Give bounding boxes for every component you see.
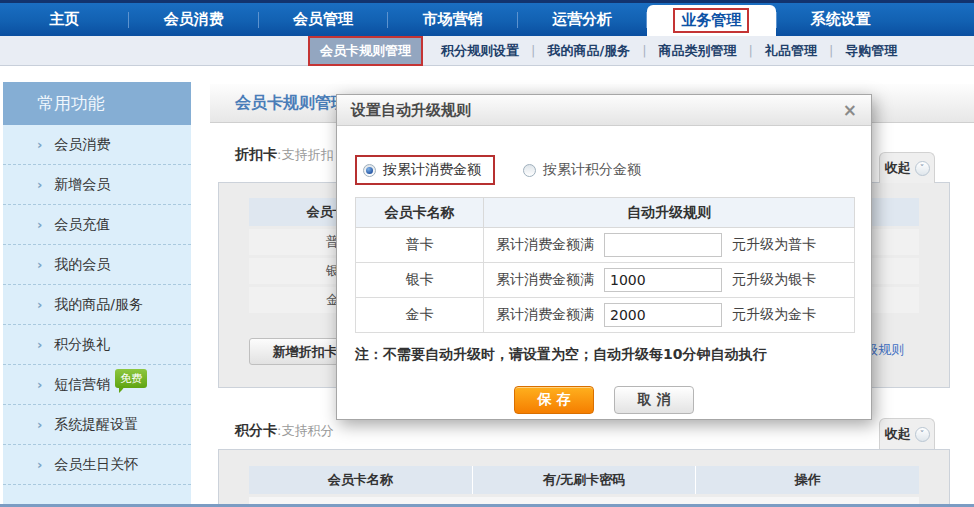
topnav-item-system-settings[interactable]: 系统设置 xyxy=(777,10,905,29)
sidebar-item-sms-marketing[interactable]: ›短信营销免费 xyxy=(3,365,191,405)
rule-prefix: 累计消费金额满 xyxy=(496,236,594,252)
sidebar-item-add-member[interactable]: ›新增会员 xyxy=(3,165,191,205)
collapse-label: 收起 xyxy=(885,159,911,177)
column-header-card-name: 会员卡名称 xyxy=(356,198,484,228)
sidebar-item-points-exchange[interactable]: ›积分换礼 xyxy=(3,325,191,365)
topnav-item-home[interactable]: 主页 xyxy=(0,10,128,29)
arrow-right-icon: › xyxy=(37,137,42,152)
discount-collapse-button[interactable]: 收起 ˅ xyxy=(879,152,935,183)
topnav-item-member-manage[interactable]: 会员管理 xyxy=(259,10,387,29)
discount-desc: :支持折扣 xyxy=(277,147,333,162)
sidebar: 常用功能 ›会员消费 ›新增会员 ›会员充值 ›我的会员 ›我的商品/服务 ›积… xyxy=(3,82,191,507)
sidebar-items: ›会员消费 ›新增会员 ›会员充值 ›我的会员 ›我的商品/服务 ›积分换礼 ›… xyxy=(3,125,191,507)
arrow-right-icon: › xyxy=(37,337,42,352)
sidebar-item-my-members[interactable]: ›我的会员 xyxy=(3,245,191,285)
arrow-right-icon: › xyxy=(37,457,42,472)
subnav-item-points-rules[interactable]: 积分规则设置 xyxy=(429,42,531,60)
rule-suffix: 元升级为银卡 xyxy=(732,271,816,287)
topnav-label: 业务管理 xyxy=(681,11,741,29)
sidebar-item-system-reminder[interactable]: ›系统提醒设置 xyxy=(3,405,191,445)
subnav-item-gift-manage[interactable]: 礼品管理 xyxy=(753,42,829,60)
card-name: 银卡 xyxy=(356,263,484,298)
discount-section-label: 折扣卡:支持折扣 xyxy=(235,146,333,164)
points-table: 会员卡名称 有/无刷卡密码 操作 xyxy=(249,466,919,507)
arrow-right-icon: › xyxy=(37,257,42,272)
topnav-item-business-manage[interactable]: 业务管理 xyxy=(647,5,775,36)
sidebar-item-label: 会员消费 xyxy=(54,136,110,154)
table-row: 银卡 累计消费金额满元升级为银卡 xyxy=(356,263,855,298)
sidebar-title: 常用功能 xyxy=(3,82,191,125)
sidebar-item-label: 新增会员 xyxy=(54,176,110,194)
top-navigation: 主页 会员消费 会员管理 市场营销 运营分析 业务管理 系统设置 xyxy=(0,0,974,36)
annotation-red-box: 业务管理 xyxy=(673,8,749,33)
table-row: 金卡 累计消费金额满元升级为金卡 xyxy=(356,298,855,333)
radio-unselected-icon[interactable] xyxy=(523,164,536,177)
discount-label: 折扣卡 xyxy=(235,146,277,162)
dialog-note: 注：不需要自动升级时，请设置为空；自动升级每10分钟自动执行 xyxy=(355,346,853,364)
topnav-label: 市场营销 xyxy=(422,10,482,28)
topnav-item-analytics[interactable]: 运营分析 xyxy=(518,10,646,29)
topnav-label: 主页 xyxy=(49,10,79,28)
cancel-button[interactable]: 取 消 xyxy=(614,386,694,414)
sidebar-item-my-products[interactable]: ›我的商品/服务 xyxy=(3,285,191,325)
points-label: 积分卡 xyxy=(235,422,277,438)
points-panel: 会员卡名称 有/无刷卡密码 操作 xyxy=(218,449,950,507)
card-name: 普卡 xyxy=(356,228,484,263)
upgrade-rules-table: 会员卡名称 自动升级规则 普卡 累计消费金额满元升级为普卡 银卡 累计消费金额满… xyxy=(355,197,855,333)
sidebar-item-label: 短信营销 xyxy=(54,376,110,394)
column-header-upgrade-rule: 自动升级规则 xyxy=(484,198,855,228)
arrow-right-icon: › xyxy=(37,297,42,312)
arrow-right-icon: › xyxy=(37,217,42,232)
rule-prefix: 累计消费金额满 xyxy=(496,306,594,322)
sidebar-item-label: 会员生日关怀 xyxy=(54,456,138,474)
rule-suffix: 元升级为普卡 xyxy=(732,236,816,252)
topnav-item-member-consume[interactable]: 会员消费 xyxy=(129,10,257,29)
dialog-title: 设置自动升级规则 xyxy=(351,101,843,120)
radio-label: 按累计消费金额 xyxy=(383,161,481,179)
radio-label: 按累计积分金额 xyxy=(543,161,641,179)
points-desc: :支持积分 xyxy=(277,423,333,438)
subnav-item-product-category[interactable]: 商品类别管理 xyxy=(647,42,749,60)
radio-by-points[interactable]: 按累计积分金额 xyxy=(523,161,641,179)
points-col-actions: 操作 xyxy=(696,466,919,494)
close-icon[interactable]: × xyxy=(843,102,857,119)
card-name: 金卡 xyxy=(356,298,484,333)
sub-navigation: 会员卡规则管理 积分规则设置 | 我的商品/服务 | 商品类别管理 | 礼品管理… xyxy=(0,36,974,66)
chevron-down-icon: ˅ xyxy=(915,427,930,442)
points-col-card-name: 会员卡名称 xyxy=(249,466,473,494)
topnav-item-marketing[interactable]: 市场营销 xyxy=(388,10,516,29)
sidebar-item-label: 系统提醒设置 xyxy=(54,416,138,434)
sidebar-item-label: 我的会员 xyxy=(54,256,110,274)
dialog-buttons: 保 存 取 消 xyxy=(337,386,871,414)
topnav-label: 系统设置 xyxy=(811,10,871,28)
save-button[interactable]: 保 存 xyxy=(514,386,594,414)
sidebar-item-birthday-care[interactable]: ›会员生日关怀 xyxy=(3,445,191,485)
points-section-label: 积分卡:支持积分 xyxy=(235,422,333,440)
points-table-header: 会员卡名称 有/无刷卡密码 操作 xyxy=(249,466,919,494)
sidebar-item-label: 会员充值 xyxy=(54,216,110,234)
points-col-password: 有/无刷卡密码 xyxy=(473,466,697,494)
subnav-item-guide-manage[interactable]: 导购管理 xyxy=(833,42,909,60)
upgrade-amount-input-silver[interactable] xyxy=(604,268,722,292)
radio-selected-icon[interactable] xyxy=(363,164,376,177)
arrow-right-icon: › xyxy=(37,177,42,192)
auto-upgrade-rules-dialog: 设置自动升级规则 × 按累计消费金额 按累计积分金额 会员卡名称 自动升级规则 … xyxy=(336,94,872,420)
subnav-item-card-rules[interactable]: 会员卡规则管理 xyxy=(308,36,423,66)
topnav-label: 运营分析 xyxy=(552,10,612,28)
arrow-right-icon: › xyxy=(37,417,42,432)
free-badge: 免费 xyxy=(115,369,147,388)
table-row: 普卡 累计消费金额满元升级为普卡 xyxy=(356,228,855,263)
sidebar-item-label: 我的商品/服务 xyxy=(54,296,143,314)
upgrade-amount-input-regular[interactable] xyxy=(604,233,722,257)
subnav-item-my-products[interactable]: 我的商品/服务 xyxy=(535,42,642,60)
arrow-right-icon: › xyxy=(37,377,42,392)
upgrade-amount-input-gold[interactable] xyxy=(604,303,722,327)
sidebar-item-member-recharge[interactable]: ›会员充值 xyxy=(3,205,191,245)
topnav-label: 会员管理 xyxy=(293,10,353,28)
sidebar-item-member-consume[interactable]: ›会员消费 xyxy=(3,125,191,165)
radio-by-consumption[interactable]: 按累计消费金额 xyxy=(355,155,495,185)
dialog-header: 设置自动升级规则 × xyxy=(337,95,871,126)
points-collapse-button[interactable]: 收起 ˅ xyxy=(879,418,935,449)
rule-suffix: 元升级为金卡 xyxy=(732,306,816,322)
sidebar-item-label: 积分换礼 xyxy=(54,336,110,354)
